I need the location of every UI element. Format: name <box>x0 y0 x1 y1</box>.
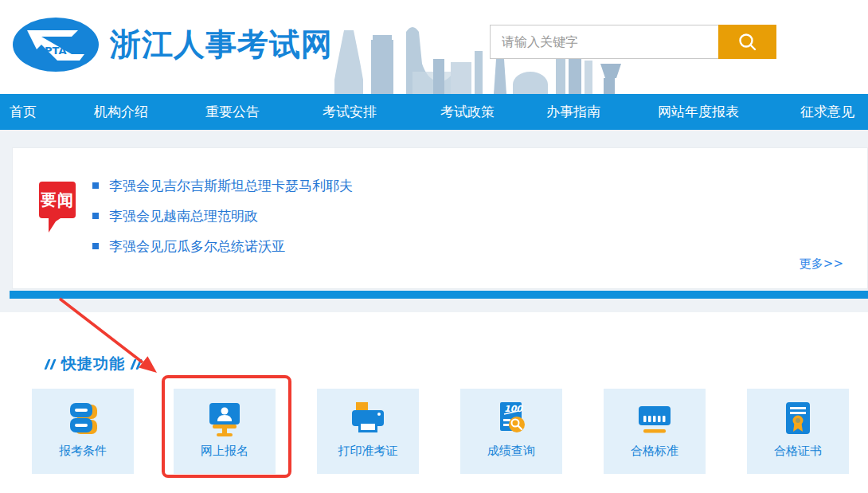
slash-decoration-icon <box>46 359 54 370</box>
quick-functions-title: 快捷功能 <box>61 354 125 374</box>
blue-divider-bar <box>10 291 868 299</box>
news-link: 李强会见厄瓜多尔总统诺沃亚 <box>109 237 285 256</box>
nav-item-about[interactable]: 机构介绍 <box>94 94 148 130</box>
card-passing-standard[interactable]: 合格标准 <box>604 389 706 474</box>
nav-item-feedback[interactable]: 征求意见 <box>800 94 854 130</box>
more-link[interactable]: 更多>> <box>800 256 843 272</box>
site-title: 浙江人事考试网 <box>110 23 333 66</box>
nav-item-policy[interactable]: 考试政策 <box>440 94 495 130</box>
card-exam-requirements[interactable]: 报考条件 <box>32 389 134 474</box>
printer-icon <box>349 399 387 439</box>
score-sheet-magnifier-icon: 100 <box>492 399 530 439</box>
news-link: 李强会见吉尔吉斯斯坦总理卡瑟马利耶夫 <box>109 177 353 195</box>
card-label: 成绩查询 <box>487 444 535 459</box>
svg-text:PTA: PTA <box>45 45 66 57</box>
headline-news-panel: 要闻 李强会见吉尔吉斯斯坦总理卡瑟马利耶夫 李强会见越南总理范明政 李强会见厄瓜… <box>12 147 868 289</box>
news-link: 李强会见越南总理范明政 <box>109 207 258 225</box>
news-item[interactable]: 李强会见越南总理范明政 <box>92 201 353 231</box>
news-item[interactable]: 李强会见厄瓜多尔总统诺沃亚 <box>92 231 353 261</box>
nav-item-home[interactable]: 首页 <box>10 94 37 130</box>
search-input[interactable] <box>490 25 718 59</box>
search-box <box>490 25 776 59</box>
card-score-inquiry[interactable]: 100 成绩查询 <box>460 389 562 474</box>
zpta-logo-icon: PTA <box>10 13 102 76</box>
search-button[interactable] <box>718 25 776 59</box>
nav-item-notices[interactable]: 重要公告 <box>205 94 260 130</box>
card-print-admission-ticket[interactable]: 打印准考证 <box>317 389 419 474</box>
news-item[interactable]: 李强会见吉尔吉斯斯坦总理卡瑟马利耶夫 <box>92 170 353 201</box>
site-header: PTA 浙江人事考试网 <box>0 0 868 94</box>
quick-functions-header: 快捷功能 <box>46 354 140 374</box>
card-label: 打印准考证 <box>338 444 398 459</box>
headline-tag-tail <box>49 217 63 233</box>
nav-item-guide[interactable]: 办事指南 <box>546 94 600 130</box>
card-label: 报考条件 <box>59 444 107 459</box>
certificate-ribbon-icon <box>779 399 817 439</box>
news-list: 李强会见吉尔吉斯斯坦总理卡瑟马利耶夫 李强会见越南总理范明政 李强会见厄瓜多尔总… <box>92 170 353 261</box>
card-certificate[interactable]: 合格证书 <box>747 389 849 474</box>
bullet-icon <box>92 182 99 189</box>
slash-decoration-icon <box>132 359 140 370</box>
main-nav: 首页 机构介绍 重要公告 考试安排 考试政策 办事指南 网站年度报表 征求意见 <box>0 94 868 130</box>
headline-tag: 要闻 <box>39 182 76 218</box>
site-brand[interactable]: PTA 浙江人事考试网 <box>10 13 333 76</box>
nav-item-annual-report[interactable]: 网站年度报表 <box>658 94 739 130</box>
card-online-registration[interactable]: 网上报名 <box>174 389 276 474</box>
stacked-books-icon <box>64 399 102 439</box>
page: 登录 网民服务 无障碍版 进入关怀模式 2023年6月25日 星期三 访问量：0… <box>0 0 868 493</box>
card-label: 网上报名 <box>201 444 248 459</box>
card-label: 合格标准 <box>631 444 678 459</box>
ruler-gauge-icon <box>635 399 674 439</box>
nav-item-schedule[interactable]: 考试安排 <box>323 94 377 130</box>
search-icon <box>737 32 758 53</box>
bullet-icon <box>92 213 99 219</box>
monitor-person-icon <box>205 399 244 439</box>
card-label: 合格证书 <box>774 444 822 459</box>
bullet-icon <box>92 243 99 249</box>
